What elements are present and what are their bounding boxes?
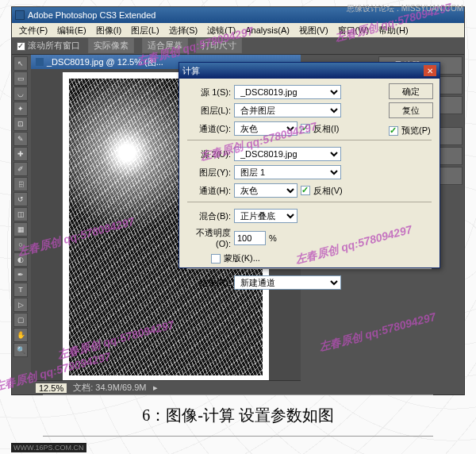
zoom-tool[interactable]: 🔍 [13,343,28,357]
menu-image[interactable]: 图像(I) [92,23,125,38]
opacity-input[interactable] [234,231,266,245]
blur-tool[interactable]: ○ [13,237,28,252]
menu-view[interactable]: 视图(V) [295,23,332,38]
invert2-label: 反相(V) [313,185,343,197]
app-title: Adobe Photoshop CS3 Extended [28,10,155,20]
brush-tool[interactable]: ✐ [13,162,28,176]
dodge-tool[interactable]: ◐ [13,252,28,267]
heal-tool[interactable]: ✚ [13,147,28,161]
site-credit-bottom: WWW.16PS.COM.CN [11,443,86,452]
hand-tool[interactable]: ✋ [13,328,28,342]
crop-tool[interactable]: ⊡ [13,117,28,131]
invert1-checkbox[interactable] [301,124,310,133]
blend-select[interactable]: 正片叠底 [234,209,298,223]
menu-analysis[interactable]: Analysis(A) [241,24,294,37]
close-icon[interactable]: ✕ [424,65,436,76]
src1-label: 源 1(S): [187,87,231,98]
tutorial-caption: 6：图像-计算 设置参数如图 [11,390,465,441]
move-tool[interactable]: ↖ [13,56,28,71]
result-select[interactable]: 新建通道 [234,275,341,290]
marquee-tool[interactable]: ▭ [13,71,28,86]
eyedropper-tool[interactable]: ✎ [13,132,28,146]
cancel-button[interactable]: 复位 [389,102,433,118]
scroll-all-checkbox[interactable] [17,42,25,51]
menu-filter[interactable]: 滤镜(T) [203,23,240,38]
chan2-select[interactable]: 灰色 [234,183,298,198]
opt-fit[interactable]: 适合屏幕 [142,38,188,53]
options-bar: 滚动所有窗口 实际像素 适合屏幕 打印尺寸 [12,37,464,55]
wand-tool[interactable]: ✦ [13,102,28,116]
eraser-tool[interactable]: ◫ [13,207,28,221]
ok-button[interactable]: 确定 [389,83,433,99]
type-tool[interactable]: T [13,283,28,297]
menu-select[interactable]: 选择(S) [165,23,202,38]
chan1-select[interactable]: 灰色 [234,121,298,136]
site-credit: 思缘设计论坛 . MISSYUAN.COM [347,3,463,14]
caption-text: 6：图像-计算 设置参数如图 [11,400,465,431]
menu-edit[interactable]: 编辑(E) [53,23,90,38]
mask-label: 蒙版(K)... [224,252,260,264]
toolbox: ↖ ▭ ◡ ✦ ⊡ ✎ ✚ ✐ ⌹ ↺ ◫ ▦ ○ ◐ ✒ T ▷ ▢ ✋ 🔍 [12,55,29,388]
preview-label: 预览(P) [401,125,431,137]
calculations-dialog: 计算 ✕ 确定 复位 预览(P) 源 1(S):_DSC8019.jpg 图层(… [178,62,440,268]
path-tool[interactable]: ▷ [13,298,28,312]
preview-checkbox[interactable] [389,126,398,136]
gradient-tool[interactable]: ▦ [13,222,28,237]
ps-icon [15,10,25,20]
shape-tool[interactable]: ▢ [13,313,28,327]
blend-label: 混合(B): [187,210,231,222]
opt-scroll-all: 滚动所有窗口 [28,40,80,50]
invert2-checkbox[interactable] [301,186,310,195]
menu-bar: 文件(F) 编辑(E) 图像(I) 图层(L) 选择(S) 滤镜(T) Anal… [12,23,464,37]
dialog-titlebar[interactable]: 计算 ✕ [179,63,440,79]
layer2-select[interactable]: 图层 1 [234,165,341,179]
chan2-label: 通道(H): [187,185,231,197]
src2-select[interactable]: _DSC8019.jpg [234,147,341,161]
pct-label: % [269,233,277,243]
result-label: 结果(R): [187,277,231,289]
src1-select[interactable]: _DSC8019.jpg [234,85,341,99]
history-tool[interactable]: ↺ [13,192,28,206]
src2-label: 源 2(U): [187,148,231,160]
mask-checkbox[interactable] [211,254,221,264]
chan1-label: 通道(C): [187,123,231,135]
document-title: _DSC8019.jpg @ 12.5% (图... [47,56,163,68]
opacity-label: 不透明度(O): [187,227,231,248]
pen-tool[interactable]: ✒ [13,267,28,282]
menu-help[interactable]: 帮助(H) [374,23,412,38]
layer2-label: 图层(Y): [187,167,231,179]
opt-actual[interactable]: 实际像素 [88,38,134,53]
menu-layer[interactable]: 图层(L) [127,23,163,38]
stamp-tool[interactable]: ⌹ [13,177,28,191]
lasso-tool[interactable]: ◡ [13,87,28,101]
menu-window[interactable]: 窗口(W) [334,23,374,38]
invert1-label: 反相(I) [313,123,339,135]
layer1-label: 图层(L): [187,105,231,117]
doc-icon [36,58,44,66]
dialog-title: 计算 [182,65,200,77]
opt-print[interactable]: 打印尺寸 [196,38,242,53]
layer1-select[interactable]: 合并图层 [234,103,341,117]
menu-file[interactable]: 文件(F) [15,23,52,38]
